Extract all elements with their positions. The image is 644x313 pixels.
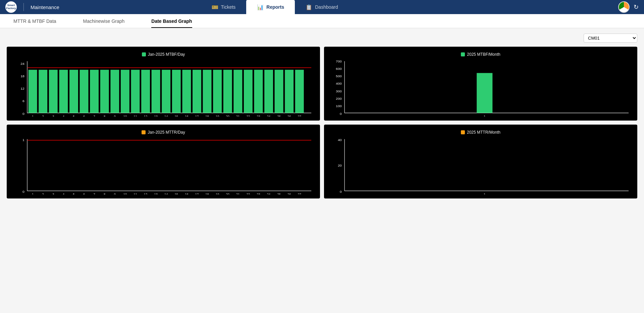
svg-text:27: 27 xyxy=(298,193,301,194)
svg-text:15: 15 xyxy=(175,193,178,194)
reports-icon: 📊 xyxy=(257,4,264,10)
svg-text:5: 5 xyxy=(73,115,74,117)
header-right: ↻ xyxy=(618,1,639,13)
svg-rect-17 xyxy=(121,70,129,113)
svg-text:11: 11 xyxy=(133,193,137,194)
svg-text:600: 600 xyxy=(336,67,342,70)
chart-mtbf-month-svg: 0 100 200 300 400 500 600 700 1 xyxy=(331,59,631,117)
svg-text:25: 25 xyxy=(277,115,280,117)
svg-text:3: 3 xyxy=(52,193,54,194)
dashboard-label: Dashboard xyxy=(315,4,338,10)
svg-text:13: 13 xyxy=(154,115,157,117)
svg-rect-18 xyxy=(131,70,140,113)
svg-text:1: 1 xyxy=(32,115,34,117)
svg-text:19: 19 xyxy=(216,115,219,117)
nav-reports[interactable]: 📊 Reports xyxy=(246,0,295,14)
svg-text:21: 21 xyxy=(236,115,239,117)
main-nav: 🎫 Tickets 📊 Reports 📋 Dashboard xyxy=(201,0,349,14)
svg-rect-23 xyxy=(182,70,191,113)
svg-text:27: 27 xyxy=(298,115,301,117)
nav-tickets[interactable]: 🎫 Tickets xyxy=(201,0,247,14)
svg-text:8: 8 xyxy=(104,193,105,194)
svg-text:700: 700 xyxy=(336,59,342,63)
svg-text:0: 0 xyxy=(340,190,342,193)
svg-text:5: 5 xyxy=(73,193,74,194)
tickets-icon: 🎫 xyxy=(212,4,218,10)
svg-text:20: 20 xyxy=(226,193,229,194)
svg-text:9: 9 xyxy=(114,115,116,117)
svg-text:0: 0 xyxy=(22,112,24,115)
svg-text:100: 100 xyxy=(336,104,342,108)
machine-select[interactable]: CM01 CM02 CM03 xyxy=(584,34,637,43)
svg-text:26: 26 xyxy=(287,115,291,117)
refresh-icon[interactable]: ↻ xyxy=(634,3,639,11)
svg-text:40: 40 xyxy=(338,138,342,141)
svg-rect-21 xyxy=(162,70,170,113)
svg-text:12: 12 xyxy=(144,193,147,194)
svg-rect-25 xyxy=(203,70,212,113)
svg-text:3: 3 xyxy=(52,115,54,117)
svg-text:9: 9 xyxy=(114,193,116,194)
svg-rect-33 xyxy=(285,70,293,113)
chart-mtbf-day-svg: 0 6 12 18 24 xyxy=(13,59,313,117)
svg-text:10: 10 xyxy=(123,193,127,194)
logo-icon: SmartFactory xyxy=(5,1,17,13)
svg-rect-24 xyxy=(193,70,201,113)
svg-rect-31 xyxy=(264,70,273,113)
svg-text:20: 20 xyxy=(226,115,229,117)
svg-text:18: 18 xyxy=(205,115,209,117)
svg-rect-20 xyxy=(152,70,160,113)
content-area: CM01 CM02 CM03 Jan-2025 MTBF/Day 0 6 12 … xyxy=(0,28,644,313)
svg-text:500: 500 xyxy=(336,75,342,78)
mtbf-day-legend-dot xyxy=(142,52,146,56)
dashboard-icon: 📋 xyxy=(306,4,312,10)
svg-text:10: 10 xyxy=(123,115,127,117)
svg-text:22: 22 xyxy=(247,193,250,194)
svg-rect-12 xyxy=(69,70,78,113)
svg-text:7: 7 xyxy=(94,115,95,117)
svg-text:24: 24 xyxy=(267,193,270,194)
mttr-month-legend-dot xyxy=(461,130,465,134)
svg-text:26: 26 xyxy=(287,193,291,194)
svg-text:23: 23 xyxy=(257,193,260,194)
nav-dashboard[interactable]: 📋 Dashboard xyxy=(295,0,349,14)
svg-text:12: 12 xyxy=(20,87,24,90)
flag-icon xyxy=(618,1,630,13)
app-name: Maintenance xyxy=(31,4,59,10)
svg-text:2: 2 xyxy=(42,193,44,194)
svg-rect-26 xyxy=(213,70,222,113)
svg-text:17: 17 xyxy=(195,115,199,117)
svg-rect-15 xyxy=(100,70,109,113)
svg-text:14: 14 xyxy=(164,193,168,194)
tab-mttr-mtbf[interactable]: MTTR & MTBF Data xyxy=(13,14,56,28)
svg-text:6: 6 xyxy=(22,99,24,103)
svg-text:18: 18 xyxy=(205,193,209,194)
svg-rect-72 xyxy=(477,73,492,113)
svg-rect-11 xyxy=(59,70,68,113)
svg-rect-8 xyxy=(29,70,37,113)
svg-text:200: 200 xyxy=(336,97,342,100)
mtbf-month-legend-dot xyxy=(461,52,465,56)
svg-text:17: 17 xyxy=(195,193,199,194)
svg-rect-16 xyxy=(110,70,119,113)
chart-mtbf-month-title: 2025 MTBF/Month xyxy=(331,52,631,57)
svg-text:4: 4 xyxy=(63,115,64,117)
svg-rect-27 xyxy=(223,70,232,113)
svg-rect-22 xyxy=(172,70,181,113)
reports-label: Reports xyxy=(266,4,284,10)
tab-machinewise[interactable]: Machinewise Graph xyxy=(83,14,125,28)
svg-text:16: 16 xyxy=(185,193,188,194)
svg-text:1: 1 xyxy=(32,193,34,194)
header-divider xyxy=(23,3,24,11)
tickets-label: Tickets xyxy=(221,4,236,10)
tab-date-based[interactable]: Date Based Graph xyxy=(151,14,192,28)
svg-text:6: 6 xyxy=(83,193,85,194)
chart-mtbf-day-title: Jan-2025 MTBF/Day xyxy=(13,52,313,57)
svg-rect-28 xyxy=(233,70,242,113)
svg-rect-19 xyxy=(141,70,150,113)
chart-mttr-month-title: 2025 MTTR/Month xyxy=(331,130,631,135)
svg-rect-10 xyxy=(49,70,58,113)
svg-rect-29 xyxy=(244,70,253,113)
svg-text:1: 1 xyxy=(22,138,24,141)
mtbf-day-svg: 0 6 12 18 24 xyxy=(13,59,313,117)
